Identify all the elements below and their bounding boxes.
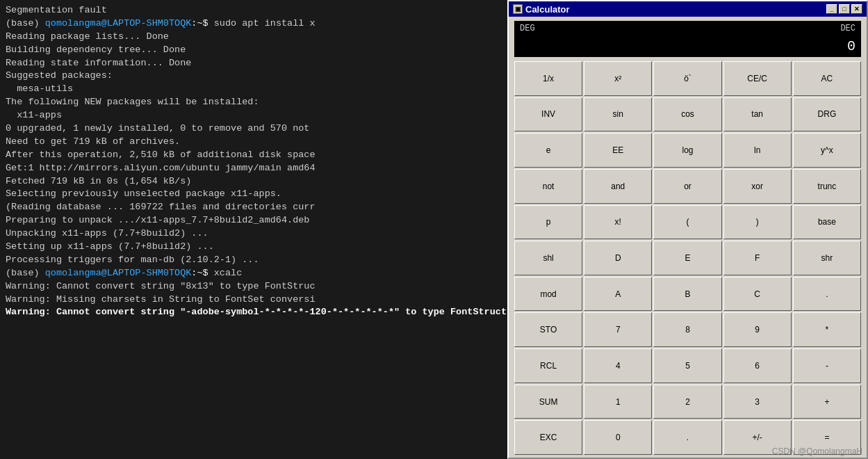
terminal-line: Need to get 719 kB of archives.: [6, 136, 502, 149]
calc-btn-5[interactable]: 5: [653, 348, 721, 383]
calc-btn---[interactable]: ö`: [653, 61, 721, 96]
calc-btn-7[interactable]: 7: [584, 312, 652, 347]
calc-btn-sum[interactable]: SUM: [514, 385, 582, 419]
terminal-line: Warning: Cannot convert string "-adobe-s…: [6, 306, 502, 319]
calc-btn-rcl[interactable]: RCL: [514, 348, 582, 383]
calc-btn-x-[interactable]: x!: [584, 205, 652, 240]
terminal-line: Fetched 719 kB in 0s (1,654 kB/s): [6, 175, 502, 188]
terminal-line: The following NEW packages will be insta…: [6, 96, 502, 109]
maximize-button[interactable]: □: [839, 4, 850, 14]
calc-btn-ln[interactable]: ln: [723, 133, 792, 168]
terminal-line: Warning: Missing charsets in String to F…: [6, 293, 502, 307]
calc-btn-d[interactable]: D: [584, 241, 652, 275]
calc-btn-6[interactable]: 6: [723, 348, 792, 383]
calc-btn-sin[interactable]: sin: [584, 97, 652, 132]
terminal-line: Unpacking x11-apps (7.7+8build2) ...: [6, 227, 502, 241]
calc-btn-p[interactable]: p: [514, 205, 582, 240]
calc-btn-trunc[interactable]: trunc: [793, 169, 861, 204]
titlebar-left: ▣ Calculator: [513, 4, 570, 15]
display-mode-deg: DEG: [520, 24, 535, 33]
terminal-line: x11-apps: [6, 109, 502, 122]
terminal-line: Get:1 http://mirrors.aliyun.com/ubuntu j…: [6, 162, 502, 175]
calc-btn--[interactable]: +: [793, 385, 861, 419]
terminal-line: Reading package lists... Done: [6, 31, 502, 44]
calc-btn-and[interactable]: and: [584, 169, 652, 204]
calc-btn--[interactable]: .: [793, 277, 861, 312]
calc-btn--[interactable]: *: [793, 312, 861, 347]
calc-btn-shr[interactable]: shr: [793, 241, 861, 275]
calc-btn--[interactable]: .: [653, 420, 721, 455]
terminal-line: (base) qomolangma@LAPTOP-SHM0TOQK:~$ xca…: [6, 267, 502, 280]
display-modes: DEG DEC: [520, 24, 855, 33]
calc-btn-8[interactable]: 8: [653, 312, 721, 347]
calc-btn-ce-c[interactable]: CE/C: [723, 61, 792, 96]
watermark: CSDN @QomolangmaH: [772, 446, 862, 456]
calc-btn-y-x[interactable]: y^x: [793, 133, 861, 168]
terminal-line: Building dependency tree... Done: [6, 44, 502, 57]
terminal-line: Warning: Cannot convert string "8x13" to…: [6, 280, 502, 293]
calc-btn-sto[interactable]: STO: [514, 312, 582, 347]
calc-btn-xor[interactable]: xor: [723, 169, 792, 204]
terminal-line: (base) qomolangma@LAPTOP-SHM0TOQK:~$ sud…: [6, 17, 502, 31]
calc-btn-0[interactable]: 0: [584, 420, 652, 455]
calc-btn-1[interactable]: 1: [584, 385, 652, 419]
calc-btn-mod[interactable]: mod: [514, 277, 582, 312]
calc-btn-ac[interactable]: AC: [793, 61, 861, 96]
close-button[interactable]: ✕: [851, 4, 862, 14]
terminal-line: Processing triggers for man-db (2.10.2-1…: [6, 254, 502, 267]
calc-btn-base[interactable]: base: [793, 205, 861, 240]
calc-btn-drg[interactable]: DRG: [793, 97, 861, 132]
terminal-line: Reading state information... Done: [6, 57, 502, 70]
terminal-line: Suggested packages:: [6, 70, 502, 83]
calc-title: Calculator: [525, 4, 570, 15]
terminal-line: Segmentation fault: [6, 4, 502, 17]
calc-btn-tan[interactable]: tan: [723, 97, 792, 132]
calc-btn-f[interactable]: F: [723, 241, 792, 275]
calculator-titlebar: ▣ Calculator _ □ ✕: [509, 1, 867, 17]
calc-btn--[interactable]: (: [653, 205, 721, 240]
calc-icon: ▣: [513, 4, 523, 14]
terminal: Segmentation fault(base) qomolangma@LAPT…: [0, 0, 507, 459]
calc-btn-e[interactable]: e: [514, 133, 582, 168]
calculator-buttons: 1/xx²ö`CE/CACINVsincostanDRGeEEloglny^xn…: [509, 58, 867, 458]
calc-btn--[interactable]: -: [793, 348, 861, 383]
calc-btn-4[interactable]: 4: [584, 348, 652, 383]
calc-btn-e[interactable]: E: [653, 241, 721, 275]
calc-btn-9[interactable]: 9: [723, 312, 792, 347]
terminal-line: (Reading database ... 169722 files and d…: [6, 201, 502, 214]
terminal-line: mesa-utils: [6, 83, 502, 96]
calc-btn-a[interactable]: A: [584, 277, 652, 312]
display-mode-dec: DEC: [840, 24, 855, 33]
calc-btn-x-[interactable]: x²: [584, 61, 652, 96]
calc-btn-c[interactable]: C: [723, 277, 792, 312]
terminal-line: 0 upgraded, 1 newly installed, 0 to remo…: [6, 122, 502, 136]
calc-btn-inv[interactable]: INV: [514, 97, 582, 132]
titlebar-controls: _ □ ✕: [826, 4, 862, 14]
calc-btn-b[interactable]: B: [653, 277, 721, 312]
terminal-line: Preparing to unpack .../x11-apps_7.7+8bu…: [6, 214, 502, 227]
calc-btn--[interactable]: ): [723, 205, 792, 240]
terminal-line: After this operation, 2,510 kB of additi…: [6, 149, 502, 162]
calc-btn-3[interactable]: 3: [723, 385, 792, 419]
calc-btn-ee[interactable]: EE: [584, 133, 652, 168]
calc-btn-1-x[interactable]: 1/x: [514, 61, 582, 96]
calculator-window: ▣ Calculator _ □ ✕ DEG DEC 0 1/xx²ö`CE/C…: [507, 0, 868, 459]
terminal-line: Selecting previously unselected package …: [6, 188, 502, 201]
calc-btn-2[interactable]: 2: [653, 385, 721, 419]
terminal-line: Setting up x11-apps (7.7+8build2) ...: [6, 241, 502, 254]
minimize-button[interactable]: _: [826, 4, 837, 14]
calc-btn-shl[interactable]: shl: [514, 241, 582, 275]
calculator-display: DEG DEC 0: [514, 21, 861, 57]
calc-btn-log[interactable]: log: [653, 133, 721, 168]
calc-btn-or[interactable]: or: [653, 169, 721, 204]
display-value: 0: [520, 38, 855, 54]
calc-btn-not[interactable]: not: [514, 169, 582, 204]
calc-btn-exc[interactable]: EXC: [514, 420, 582, 455]
calc-btn-cos[interactable]: cos: [653, 97, 721, 132]
